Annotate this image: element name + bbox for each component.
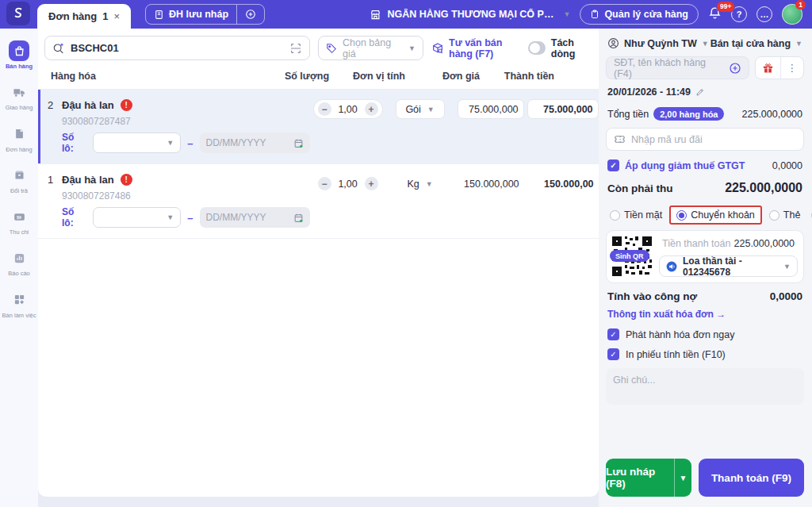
staff-select[interactable]: Như Quỳnh TW ▼ <box>607 37 709 49</box>
unit-select[interactable]: Kg ▼ <box>399 174 440 194</box>
sapo-logo-icon[interactable] <box>6 2 30 25</box>
dash-separator: – <box>187 212 193 224</box>
more-button[interactable]: … <box>756 6 772 22</box>
save-draft-label: Lưu nháp (F8) <box>606 459 674 497</box>
payment-option-tien-mat[interactable]: Tiền mặt <box>606 207 666 223</box>
plus-icon[interactable]: + <box>365 102 378 116</box>
qr-code[interactable]: Sinh QR <box>612 236 652 276</box>
payment-label: Chuyển khoản <box>691 209 755 221</box>
close-icon[interactable]: × <box>113 10 120 22</box>
payment-option-the[interactable]: Thẻ <box>765 207 805 223</box>
payment-option-vi[interactable]: Ví <box>807 207 812 223</box>
total-label: Tổng tiền <box>607 109 649 120</box>
barcode-scan-icon[interactable] <box>289 42 302 55</box>
avatar-badge: 1 <box>795 0 806 10</box>
product-search[interactable] <box>44 36 310 60</box>
kebab-icon: ⋮ <box>787 62 798 74</box>
sidebar-label: Thu chi <box>10 229 29 236</box>
issue-invoice-option[interactable]: ✓ Phát hành hóa đơn ngay <box>606 325 804 344</box>
sidebar-item-giao-hang[interactable]: Giao hàng <box>0 78 38 116</box>
row-index: 1 <box>48 174 56 186</box>
debt-value: 0,0000 <box>770 290 802 302</box>
save-draft-button[interactable]: Lưu nháp (F8) ▼ <box>606 459 691 497</box>
price-input[interactable]: 75.000,000 <box>458 99 524 119</box>
price-input[interactable]: 150.000,000 <box>458 174 524 194</box>
print-receipt-option[interactable]: ✓ In phiếu tính tiền (F10) <box>606 344 804 364</box>
minus-icon[interactable]: − <box>318 177 331 190</box>
sidebar-item-doi-tra[interactable]: Đổi trả <box>0 161 38 199</box>
invoice-checkbox-label: Phát hành hóa đơn ngay <box>626 329 734 340</box>
user-menu[interactable]: 1 <box>782 4 802 25</box>
chevron-down-icon: ▼ <box>426 180 433 188</box>
store-selector[interactable]: NGÂN HÀNG THƯƠNG MẠI CỔ PHẦ... ▼ <box>370 9 570 21</box>
checkout-label: Thanh toán (F9) <box>711 472 791 484</box>
quantity-stepper[interactable]: − 1,00 + <box>313 99 383 119</box>
promo-placeholder: Nhập mã ưu đãi <box>631 134 703 145</box>
edit-icon[interactable] <box>695 87 705 97</box>
add-customer-icon[interactable] <box>729 62 741 75</box>
minus-icon[interactable]: − <box>318 102 331 116</box>
search-input[interactable] <box>71 42 284 54</box>
sidebar-item-ban-hang[interactable]: Bán hàng <box>0 36 38 75</box>
sales-consult-link[interactable]: Tư vấn bán hàng (F7) <box>431 37 520 60</box>
order-more-button[interactable]: ⋮ <box>781 57 804 79</box>
chevron-down-icon: ▼ <box>167 213 174 221</box>
amount-value[interactable]: 225.000,0000 <box>734 238 795 249</box>
checkout-button[interactable]: Thanh toán (F9) <box>699 459 804 497</box>
sidebar-label: Bán hàng <box>6 63 33 70</box>
plus-icon[interactable]: + <box>365 177 378 190</box>
product-name: Đậu hà lan <box>62 99 114 111</box>
help-icon: ? <box>737 10 742 19</box>
draft-orders-button[interactable]: ĐH lưu nháp <box>146 5 236 24</box>
expiry-date-input[interactable]: DD/MM/YYYY <box>200 207 310 228</box>
notifications-button[interactable]: 99+ <box>708 6 722 22</box>
total-input[interactable]: 75.000,000 <box>527 99 599 119</box>
invoice-checkbox[interactable]: ✓ <box>607 328 619 340</box>
due-value: 225.000,0000 <box>725 181 802 195</box>
sidebar-item-thu-chi[interactable]: $¢ Thu chi <box>0 202 38 240</box>
quantity-stepper[interactable]: − 1,00 + <box>314 174 382 194</box>
gift-button[interactable] <box>756 57 780 79</box>
bank-account-select[interactable]: Loa thần tài - 012345678 ▼ <box>659 255 798 277</box>
dash-separator: – <box>187 137 193 149</box>
unit-value: Kg <box>407 179 419 190</box>
vat-label: Áp dụng giảm thuế GTGT <box>625 160 745 171</box>
manage-store-button[interactable]: Quản lý cửa hàng <box>580 4 699 25</box>
table-row[interactable]: 2 Đậu hà lan ! 9300807287487 Số lô: ▼ – … <box>38 90 599 164</box>
unit-value: Gói <box>405 104 420 115</box>
sidebar-item-ban-lam-viec[interactable]: Bàn làm việc <box>0 286 38 324</box>
lot-select[interactable]: ▼ <box>93 133 181 153</box>
price-list-select[interactable]: Chọn bảng giá ▼ <box>318 36 423 60</box>
channel-select[interactable]: Bán tại cửa hàng ▼ <box>710 38 802 49</box>
customer-search-input[interactable]: SĐT, tên khách hàng (F4) <box>606 56 749 79</box>
sidebar-item-bao-cao[interactable]: Báo cáo <box>0 244 38 282</box>
top-bar: Đơn hàng 1 × ĐH lưu nháp <box>0 0 812 29</box>
payment-methods: Tiền mặt Chuyển khoản Thẻ Ví ▼ <box>606 202 804 230</box>
truck-icon <box>9 82 29 102</box>
sidebar-item-don-hang[interactable]: Đơn hàng <box>0 120 38 158</box>
lot-select[interactable]: ▼ <box>93 207 181 228</box>
tab-don-hang[interactable]: Đơn hàng 1 × <box>37 4 131 29</box>
tab-count: 1 <box>102 10 108 22</box>
note-input[interactable]: Ghi chú... <box>606 368 804 405</box>
vat-checkbox[interactable]: ✓ <box>607 159 619 171</box>
chevron-down-icon[interactable]: ▼ <box>674 459 691 497</box>
unit-select[interactable]: Gói ▼ <box>396 99 445 119</box>
total-input[interactable]: 150.000,00 <box>527 174 599 194</box>
print-checkbox[interactable]: ✓ <box>607 348 619 360</box>
chevron-down-icon: ▼ <box>702 40 709 48</box>
expiry-date-input[interactable]: DD/MM/YYYY <box>200 133 310 153</box>
invoice-info-link[interactable]: Thông tin xuất hóa đơn → <box>606 305 804 325</box>
payment-option-chuyen-khoan[interactable]: Chuyển khoản <box>669 205 762 225</box>
table-row[interactable]: 1 Đậu hà lan ! 9300807287486 Số lô: ▼ – … <box>38 164 599 239</box>
chevron-down-icon: ▼ <box>408 44 416 52</box>
svg-text:$¢: $¢ <box>16 214 21 219</box>
new-tab-button[interactable] <box>237 5 264 24</box>
promo-code-input[interactable]: Nhập mã ưu đãi <box>606 128 804 151</box>
store-name: NGÂN HÀNG THƯƠNG MẠI CỔ PHẦ... <box>387 9 557 20</box>
shopping-bag-icon <box>9 40 29 61</box>
staff-name: Như Quỳnh TW <box>624 38 697 49</box>
user-icon <box>607 37 619 49</box>
generate-qr-button[interactable]: Sinh QR <box>610 250 649 262</box>
split-line-toggle[interactable] <box>528 41 546 55</box>
